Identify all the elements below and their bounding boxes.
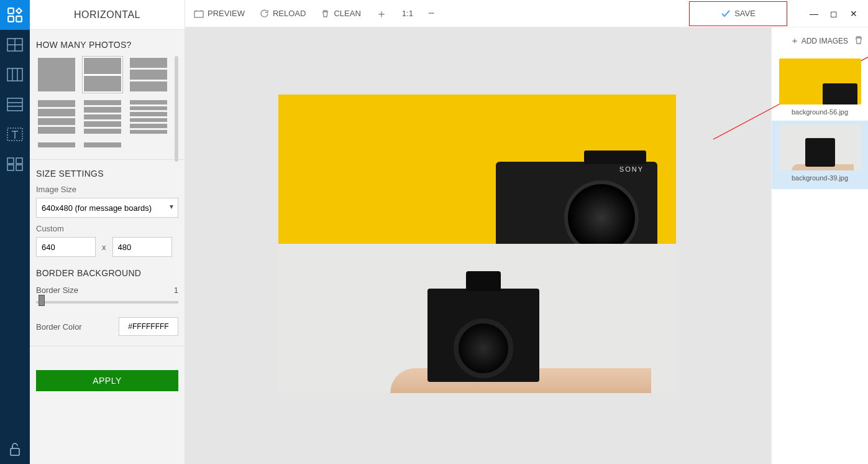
layout-opt-8[interactable] [82, 141, 123, 149]
app-logo-icon [0, 0, 30, 30]
layout-thumbnails [36, 56, 178, 149]
top-toolbar: PREVIEW RELOAD CLEAN ＋ 1:1 − SAVE — ◻ ✕ [185, 0, 868, 27]
layout-opt-1[interactable] [36, 56, 77, 93]
reload-button[interactable]: RELOAD [260, 9, 306, 18]
panel-title: HORIZONTAL [30, 0, 185, 30]
thumbnail-caption: background-39.jpg [778, 174, 862, 182]
svg-rect-17 [11, 448, 19, 455]
custom-width-input[interactable] [36, 237, 96, 257]
image-size-label: Image Size [36, 185, 178, 194]
collage-slot-2[interactable] [278, 244, 676, 393]
layout-opt-3[interactable] [128, 56, 169, 93]
preview-label: PREVIEW [208, 9, 245, 18]
add-images-button[interactable]: ＋ ADD IMAGES [790, 35, 848, 47]
layout-rows-icon[interactable] [0, 90, 30, 119]
custom-label: Custom [36, 224, 178, 233]
border-size-slider[interactable] [36, 301, 178, 304]
layout-columns-icon[interactable] [0, 60, 30, 90]
layout-scrollbar[interactable] [175, 56, 178, 162]
zoom-ratio: 1:1 [402, 9, 413, 18]
clean-label: CLEAN [334, 9, 360, 18]
photo-camera-icon [427, 289, 539, 382]
preview-button[interactable]: PREVIEW [194, 9, 245, 18]
size-heading: SIZE SETTINGS [36, 169, 178, 179]
thumbnail-1[interactable]: background-56.jpg [772, 55, 868, 121]
border-size-value: 1 [174, 285, 178, 295]
image-size-select[interactable]: 640x480 (for message boards) [36, 198, 178, 218]
svg-rect-6 [7, 68, 22, 81]
photos-heading: HOW MANY PHOTOS? [36, 40, 178, 50]
zoom-out-button[interactable]: − [428, 7, 435, 20]
border-color-input[interactable] [119, 317, 178, 336]
layout-opt-2[interactable] [82, 56, 123, 93]
apply-button[interactable]: APPLY [36, 370, 178, 391]
svg-rect-18 [194, 11, 203, 17]
dimension-x: x [102, 243, 106, 252]
save-button[interactable]: SAVE [689, 1, 787, 26]
svg-rect-2 [16, 16, 22, 22]
photo-camera-icon: SONY [496, 162, 657, 244]
svg-rect-16 [16, 165, 22, 170]
workspace: PREVIEW RELOAD CLEAN ＋ 1:1 − SAVE — ◻ ✕ [185, 0, 868, 464]
svg-rect-0 [8, 8, 14, 14]
window-maximize-icon[interactable]: ◻ [828, 9, 839, 19]
thumbnail-2[interactable]: background-39.jpg [772, 121, 868, 189]
add-images-label: ADD IMAGES [802, 37, 848, 45]
border-color-label: Border Color [36, 322, 82, 332]
delete-image-icon[interactable] [854, 35, 863, 47]
save-label: SAVE [734, 9, 756, 18]
border-heading: BORDER BACKGROUND [36, 268, 178, 278]
lock-icon[interactable] [0, 434, 30, 464]
collage-preview[interactable]: SONY [278, 95, 676, 393]
layout-quad-icon[interactable] [0, 149, 30, 179]
layout-opt-4[interactable] [36, 98, 77, 136]
layout-opt-7[interactable] [36, 141, 77, 149]
svg-rect-15 [7, 165, 14, 170]
images-panel: ＋ ADD IMAGES background-56.jpg backgroun… [771, 27, 868, 464]
zoom-reset-button[interactable]: 1:1 [402, 9, 413, 18]
svg-rect-1 [8, 16, 14, 22]
svg-rect-9 [7, 98, 22, 111]
svg-rect-14 [16, 158, 22, 164]
border-size-label: Border Size [36, 285, 78, 295]
zoom-in-button[interactable]: ＋ [376, 6, 387, 21]
settings-panel: HORIZONTAL HOW MANY PHOTOS? SIZE SETTING… [30, 0, 185, 464]
reload-label: RELOAD [273, 9, 306, 18]
layout-opt-6[interactable] [128, 98, 169, 136]
custom-height-input[interactable] [112, 237, 172, 257]
window-close-icon[interactable]: ✕ [848, 9, 859, 19]
window-minimize-icon[interactable]: — [808, 9, 820, 19]
layout-opt-5[interactable] [82, 98, 123, 136]
clean-button[interactable]: CLEAN [321, 9, 360, 18]
layout-text-icon[interactable] [0, 119, 30, 149]
canvas-area: SONY ＋ A [185, 27, 868, 464]
svg-rect-13 [7, 158, 14, 164]
thumbnail-caption: background-56.jpg [778, 108, 862, 116]
left-icon-bar [0, 0, 30, 464]
collage-slot-1[interactable]: SONY [278, 95, 676, 244]
layout-grid-icon[interactable] [0, 30, 30, 60]
